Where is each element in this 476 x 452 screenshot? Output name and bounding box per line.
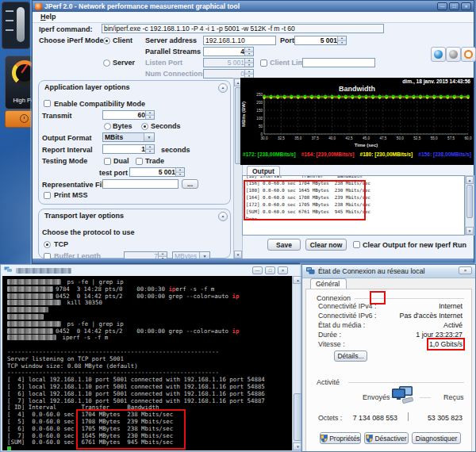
output-scrollbar[interactable]: ▲ ▼ bbox=[465, 175, 474, 236]
dialog-titlebar[interactable]: État de Connexion au réseau local bbox=[302, 265, 475, 278]
collapse-icon[interactable]: ▴ bbox=[218, 212, 228, 221]
port-spinner[interactable]: 5 001 ▲▼ bbox=[294, 36, 347, 45]
server-radio[interactable] bbox=[103, 59, 110, 67]
uac-shield-icon bbox=[321, 435, 328, 442]
censored-text bbox=[7, 307, 48, 312]
maximize-button[interactable]: □ bbox=[265, 266, 275, 274]
compatibility-checkbox[interactable] bbox=[44, 100, 51, 107]
close-button[interactable]: × bbox=[278, 266, 288, 274]
censored-text bbox=[7, 279, 61, 285]
close-button[interactable]: × bbox=[459, 266, 472, 274]
spinner-buttons[interactable]: ▲▼ bbox=[145, 145, 154, 153]
output-format-combo[interactable]: MBits ▼ bbox=[102, 132, 155, 142]
censored-text bbox=[7, 314, 44, 320]
connection-row: Connectivité IPv6 :Pas d'accès Internet bbox=[318, 312, 463, 321]
scroll-down-icon[interactable]: ▼ bbox=[234, 251, 242, 259]
connection-rows: Connectivité IPv4 :InternetConnectivité … bbox=[318, 302, 463, 350]
dual-checkbox[interactable] bbox=[104, 158, 111, 165]
spinner-buttons[interactable]: ▲▼ bbox=[145, 111, 154, 119]
clear-now-button[interactable]: Clear now bbox=[305, 239, 347, 251]
connection-row-label: Connectivité IPv6 : bbox=[318, 312, 376, 320]
spinner-buttons[interactable]: ▲▼ bbox=[244, 48, 253, 56]
server-radio-label[interactable]: Server bbox=[113, 59, 135, 67]
seconds-label[interactable]: Seconds bbox=[151, 122, 181, 130]
collapse-icon[interactable]: ▴ bbox=[218, 83, 228, 93]
jperf-titlebar[interactable]: JPerf 2.0 - Network performance measurem… bbox=[33, 1, 474, 12]
clear-output-checkbox[interactable] bbox=[353, 241, 360, 248]
representative-file-field[interactable] bbox=[102, 179, 178, 189]
client-radio[interactable] bbox=[103, 37, 110, 44]
transmit-spinner[interactable]: 60 ▲▼ bbox=[102, 110, 155, 120]
protocol-label: Choose the protocol to use bbox=[42, 228, 135, 236]
bytes-label[interactable]: Bytes bbox=[113, 122, 132, 130]
run-iperf-button[interactable] bbox=[431, 47, 446, 62]
meter-gadget[interactable] bbox=[2, 2, 30, 49]
server-address-field[interactable]: 192.168.1.10 bbox=[203, 36, 276, 45]
diagnose-button[interactable]: Diagnostiquer bbox=[412, 432, 461, 444]
seconds-radio[interactable] bbox=[141, 123, 148, 130]
terminal-line bbox=[7, 446, 293, 450]
tcp-label[interactable]: TCP bbox=[54, 240, 68, 248]
bytes-radio[interactable] bbox=[104, 123, 111, 130]
terminal-cursor bbox=[7, 446, 11, 450]
terminal-content[interactable]: ps -fe | grep ip9784 3 14:28 pts/0 00:00… bbox=[2, 276, 293, 450]
menu-help[interactable]: Help bbox=[40, 13, 56, 21]
client-limit-field bbox=[302, 58, 375, 67]
clock-icon bbox=[20, 114, 29, 123]
trade-label[interactable]: Trade bbox=[145, 157, 164, 165]
svg-text:200: 200 bbox=[256, 101, 263, 105]
details-button[interactable]: Détails... bbox=[334, 350, 367, 362]
connection-row-label: Durée : bbox=[318, 331, 341, 339]
divider bbox=[408, 412, 409, 421]
close-button[interactable]: × bbox=[461, 2, 471, 10]
client-limit-checkbox[interactable] bbox=[260, 59, 267, 67]
legend-item: #172: [238,00MBits/s] bbox=[243, 151, 296, 157]
save-button[interactable]: Save bbox=[267, 239, 301, 251]
network-status-dialog: État de Connexion au réseau local × Géné… bbox=[301, 264, 476, 452]
window-bottom-border bbox=[33, 259, 474, 263]
terminal-line: kill 30350 bbox=[7, 300, 293, 307]
properties-button[interactable]: Propriétés bbox=[320, 432, 361, 444]
output-text-area[interactable]: [ID] Interval Transfer Bandwidth[156] 0.… bbox=[242, 175, 465, 236]
report-interval-spinner[interactable]: 1 ▲▼ bbox=[102, 144, 155, 154]
trade-checkbox[interactable] bbox=[136, 158, 143, 165]
server-address-label: Server address bbox=[145, 36, 197, 44]
tab-output[interactable]: Output bbox=[247, 166, 280, 175]
restart-iperf-button[interactable] bbox=[461, 47, 476, 62]
spinner-buttons[interactable]: ▲▼ bbox=[175, 168, 184, 176]
bytes-label: Octets : bbox=[318, 414, 342, 422]
iperf-command-field[interactable]: bin/iperf.exe -c 192.168.1.10 -P 4 -i 1 … bbox=[102, 24, 384, 33]
combo-arrow-icon[interactable]: ▼ bbox=[144, 133, 154, 141]
tab-general[interactable]: Général bbox=[310, 278, 347, 289]
disable-button[interactable]: Désactiver bbox=[364, 432, 409, 444]
stop-iperf-button[interactable] bbox=[446, 47, 461, 62]
browse-button[interactable]: ... bbox=[182, 179, 198, 189]
client-radio-label[interactable]: Client bbox=[113, 36, 132, 44]
tcp-radio[interactable] bbox=[44, 241, 51, 248]
dialog-title: État de Connexion au réseau local bbox=[318, 267, 425, 275]
minimize-button[interactable]: — bbox=[252, 266, 263, 274]
restart-icon bbox=[464, 50, 473, 59]
num-connections-label: Num Connections bbox=[145, 70, 206, 78]
parallel-streams-spinner[interactable]: 4 ▲▼ bbox=[203, 47, 254, 56]
censored-text bbox=[7, 328, 53, 334]
print-mss-checkbox[interactable] bbox=[44, 192, 51, 199]
chart-legend: #172: [238,00MBits/s]#164: [239,00MBits/… bbox=[243, 151, 471, 157]
scroll-down-icon[interactable]: ▼ bbox=[466, 227, 474, 235]
scroll-up-icon[interactable]: ▲ bbox=[466, 176, 474, 184]
representative-file-label: Representative File bbox=[42, 181, 108, 189]
maximize-button[interactable]: □ bbox=[449, 2, 459, 10]
dual-label[interactable]: Dual bbox=[113, 157, 129, 165]
activity-group-label: Activité bbox=[317, 378, 340, 386]
output-line: [172] 0.0-60.0 sec 1705 MBytes 238 Mbits… bbox=[246, 201, 464, 209]
scrollbar-thumb[interactable] bbox=[466, 185, 473, 218]
spinner-buttons[interactable]: ▲▼ bbox=[337, 36, 346, 44]
chart-timestamp: dim., 18 janv. 2015 14:43:56 bbox=[402, 79, 470, 84]
terminal-line: 0452 0 14:42 pts/2 00:00:00 grep --color… bbox=[7, 293, 293, 301]
minimize-button[interactable]: — bbox=[437, 2, 447, 10]
test-port-spinner[interactable]: 5 001 ▲▼ bbox=[129, 167, 185, 177]
spin-down-icon: ▼ bbox=[176, 172, 184, 177]
test-port-label: test port bbox=[99, 169, 128, 177]
testing-mode-label: Testing Mode bbox=[42, 157, 87, 165]
output-line: [180] 0.0-60.0 sec 1645 MBytes 230 Mbits… bbox=[246, 187, 464, 194]
